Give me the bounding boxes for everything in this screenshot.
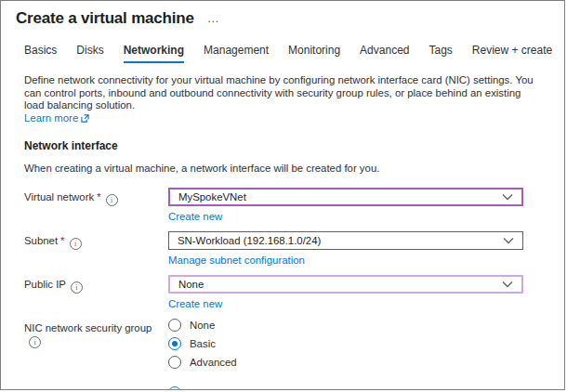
tab-basics[interactable]: Basics [24,44,57,63]
virtual-network-value: MySpokeVNet [178,191,246,203]
subnet-dropdown[interactable]: SN-Workload (192.168.1.0/24) [168,231,523,250]
nic-nsg-option-advanced[interactable]: Advanced [168,356,523,369]
info-icon[interactable]: i [70,238,82,250]
page-title: Create a virtual machine [16,9,194,28]
description-text: Define network connectivity for your vir… [24,74,534,111]
public-ip-row: Public IPi None Create new [24,275,564,311]
subnet-value: SN-Workload (192.168.1.0/24) [178,235,321,246]
networking-form: Virtual network*i MySpokeVNet Create new… [24,188,564,390]
radio-unselected-icon [168,319,181,332]
virtual-network-label: Virtual network*i [24,188,168,206]
tab-disks[interactable]: Disks [76,44,103,63]
public-ip-value: None [178,279,204,290]
create-new-public-ip-link[interactable]: Create new [168,298,222,309]
tab-review-create[interactable]: Review + create [472,44,552,63]
tab-tags[interactable]: Tags [429,44,452,63]
subnet-row: Subnet*i SN-Workload (192.168.1.0/24) Ma… [24,231,564,268]
chevron-down-icon [502,191,513,203]
tab-networking[interactable]: Networking [124,44,184,63]
tab-management[interactable]: Management [204,44,269,63]
nic-nsg-row: NIC network security groupi None Basic A… [24,319,564,374]
public-inbound-ports-option-none[interactable]: None [168,386,523,390]
info-icon[interactable]: i [71,281,83,294]
public-ip-dropdown[interactable]: None [168,275,523,294]
network-interface-heading: Network interface [24,139,564,152]
public-inbound-ports-label: Public inbound ports*i [24,386,168,390]
tab-advanced[interactable]: Advanced [360,44,409,63]
info-icon[interactable]: i [106,194,118,206]
learn-more-link[interactable]: Learn more [24,112,89,124]
networking-description: Define network connectivity for your vir… [24,74,542,125]
network-interface-subtext: When creating a virtual machine, a netwo… [24,163,564,174]
public-inbound-ports-row: Public inbound ports*i None Allow select… [24,386,564,390]
chevron-down-icon [502,279,513,290]
radio-selected-icon [168,337,181,350]
create-new-vnet-link[interactable]: Create new [168,211,222,222]
manage-subnet-configuration-link[interactable]: Manage subnet configuration [168,255,305,266]
blade-header: Create a virtual machine … [1,1,564,28]
chevron-down-icon [503,235,514,246]
required-marker: * [60,235,64,246]
virtual-network-row: Virtual network*i MySpokeVNet Create new [24,188,564,224]
public-ip-label: Public IPi [24,275,168,294]
subnet-label: Subnet*i [24,231,168,250]
more-options-button[interactable]: … [207,14,219,23]
tab-monitoring[interactable]: Monitoring [288,44,340,63]
info-icon[interactable]: i [29,336,41,348]
wizard-tabs: Basics Disks Networking Management Monit… [24,44,564,63]
nic-nsg-label: NIC network security groupi [24,319,168,348]
create-vm-blade: Create a virtual machine … Basics Disks … [0,0,565,390]
radio-unselected-icon [168,356,181,369]
public-inbound-ports-radio-group: None Allow selected ports [168,386,523,390]
required-marker: * [97,191,100,203]
external-link-icon [81,113,89,126]
nic-nsg-option-basic[interactable]: Basic [168,337,523,350]
nic-nsg-radio-group: None Basic Advanced [168,319,523,374]
nic-nsg-option-none[interactable]: None [168,319,523,332]
radio-selected-icon [168,386,181,390]
virtual-network-dropdown[interactable]: MySpokeVNet [168,188,523,206]
